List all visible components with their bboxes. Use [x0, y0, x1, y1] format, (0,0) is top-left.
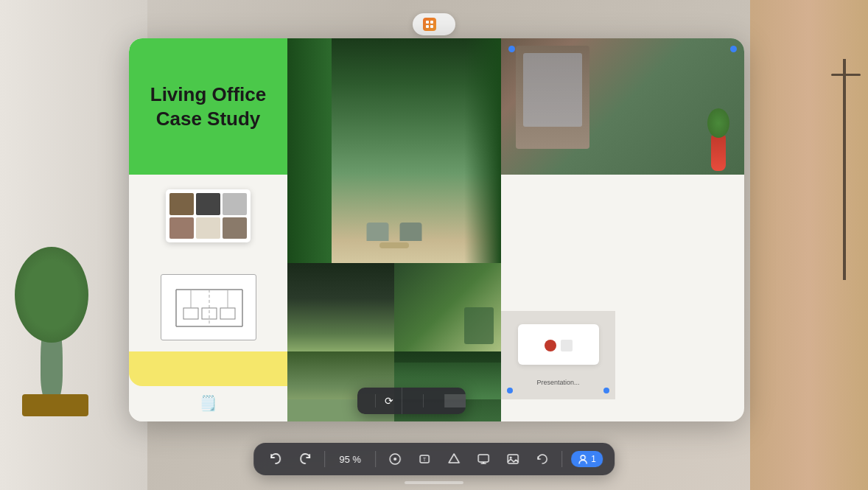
indoor-outdoor-image	[501, 38, 744, 175]
image-insert-button[interactable]	[503, 449, 523, 469]
svg-rect-1	[430, 21, 433, 24]
redo-button[interactable]	[295, 449, 315, 469]
coat-rack	[843, 59, 846, 280]
lo-gray-rect	[561, 340, 573, 351]
breadcrumb-bar[interactable]	[413, 13, 455, 35]
title-text: Living OfficeCase Study	[150, 83, 266, 130]
left-wall	[0, 0, 147, 490]
toolbar[interactable]: 95 % T 1	[253, 443, 615, 475]
lo-red-circle	[545, 340, 556, 351]
svg-rect-22	[508, 455, 518, 463]
selection-dot-tl	[508, 46, 515, 52]
whiteboard-canvas[interactable]: Living OfficeCase Study	[129, 38, 744, 421]
hand-tool-button[interactable]	[385, 449, 405, 469]
sticky-note-icon: 🗒️	[199, 394, 217, 412]
svg-point-24	[581, 455, 585, 460]
living-office-card	[518, 324, 599, 365]
red-vase	[711, 134, 726, 171]
svg-point-15	[393, 458, 396, 461]
context-file-label	[357, 394, 376, 407]
materials-palette-card	[129, 175, 287, 263]
materials-board	[166, 189, 251, 242]
context-rotate-button[interactable]	[402, 394, 424, 407]
collaborator-button[interactable]: 1	[571, 451, 603, 467]
coat-rack-arm	[831, 74, 861, 76]
mat-chip-3	[223, 193, 247, 215]
context-rotate-icon[interactable]: ⟳	[376, 388, 402, 414]
toolbar-divider-1	[324, 451, 325, 467]
toolbar-divider-2	[375, 451, 376, 467]
interior-view-1	[287, 263, 394, 351]
sel-dot-bl	[507, 388, 513, 393]
presentation-label: Presentation...	[536, 379, 579, 386]
svg-rect-9	[183, 308, 198, 319]
context-ok-button[interactable]	[445, 394, 466, 407]
mat-chip-4	[169, 217, 194, 239]
svg-marker-18	[449, 454, 459, 463]
sel-dot-br	[603, 388, 609, 393]
job-site-card	[615, 175, 744, 263]
text-tool-button[interactable]: T	[414, 449, 435, 469]
background-pot	[22, 394, 88, 416]
svg-rect-2	[426, 25, 429, 28]
layers-label	[394, 351, 501, 359]
svg-rect-0	[426, 21, 429, 24]
screen-share-button[interactable]	[473, 449, 494, 469]
loop-button[interactable]	[532, 449, 553, 469]
undo-button[interactable]	[265, 449, 286, 469]
background-plant-top	[15, 247, 88, 343]
solar-study-card	[129, 351, 287, 386]
sketch-box	[161, 274, 256, 340]
svg-rect-19	[478, 455, 489, 462]
zoom-display[interactable]: 95 %	[334, 449, 366, 469]
mat-chip-5	[196, 217, 220, 239]
svg-point-23	[510, 457, 512, 459]
sketch-svg	[161, 275, 257, 341]
context-menu[interactable]: ⟳	[357, 388, 466, 414]
mat-chip-1	[169, 193, 194, 215]
mat-chip-6	[223, 217, 247, 239]
svg-rect-3	[430, 25, 433, 28]
scroll-indicator	[405, 481, 463, 484]
jobsite-presentation-card: Presentation...	[501, 311, 615, 399]
toolbar-divider-3	[561, 451, 562, 467]
shapes-tool-button[interactable]	[444, 449, 464, 469]
vase-plant	[707, 108, 729, 138]
collaborator-count: 1	[591, 454, 596, 464]
mat-chip-2	[196, 193, 220, 215]
svg-rect-11	[220, 308, 235, 319]
app-icon	[423, 18, 436, 31]
heat-resistant-card: 🗒️	[129, 386, 287, 421]
title-card: Living OfficeCase Study	[129, 38, 287, 175]
sketch-card	[129, 263, 287, 351]
selection-dot-tr	[730, 46, 737, 52]
interior-view-2	[394, 263, 501, 351]
lobby-image	[287, 38, 501, 263]
svg-text:T: T	[423, 457, 427, 462]
context-reset-button[interactable]	[424, 394, 445, 407]
